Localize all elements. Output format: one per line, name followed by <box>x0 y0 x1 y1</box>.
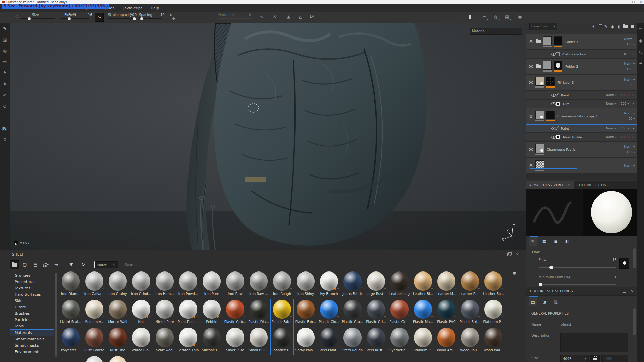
properties-scrollbar[interactable] <box>633 248 636 268</box>
material-tile[interactable]: ∴Plastic Stri... <box>458 299 482 327</box>
material-tile[interactable]: ∴Iron Diam... <box>59 271 83 299</box>
opacity-dropdown[interactable]: 100▾ <box>627 43 635 46</box>
tss-tab-settings[interactable]: ▤ <box>529 298 537 306</box>
blend-mode-dropdown[interactable]: Norm▾ <box>606 93 617 97</box>
close-panel-icon[interactable]: × <box>631 290 634 293</box>
tss-scrollbar[interactable] <box>633 308 636 335</box>
visibility-eye-icon[interactable] <box>529 164 533 167</box>
material-tile[interactable]: ∴Leather So... <box>482 271 505 299</box>
stroke-opacity-slider[interactable] <box>108 18 136 19</box>
material-tile[interactable]: ∴Plastic Glo... <box>317 299 341 327</box>
material-tile[interactable]: ∴Plastic PVC <box>435 299 458 327</box>
photoshop-plugin[interactable]: Ps <box>1 125 9 132</box>
size-linked-field[interactable]: 4096 <box>601 355 628 362</box>
shelf-category-smart-materials[interactable]: Smart materials <box>10 336 54 342</box>
layer-row[interactable]: Charmeuse Fabric copy 1Norm▾60▾ <box>526 108 637 124</box>
material-tile[interactable]: ∴Scarce Blo... <box>129 327 153 355</box>
clone-stamp-tool[interactable]: ⊙ <box>1 103 9 110</box>
material-tile[interactable]: ∴Plastic Ma... <box>411 299 435 327</box>
material-tile[interactable]: ∴Nail <box>129 299 153 327</box>
detach-panel-icon[interactable] <box>507 253 511 256</box>
visibility-eye-icon[interactable] <box>529 148 533 151</box>
material-tile[interactable]: ∴Leather bag <box>388 271 411 299</box>
flow-brush-preview[interactable] <box>619 258 629 269</box>
close-button[interactable]: × <box>639 1 642 4</box>
layer-row[interactable]: Fill layer 3Norm▾9▾ <box>526 75 637 90</box>
material-tile[interactable]: ∴Plastic Dia... <box>247 299 270 327</box>
material-tile[interactable]: ∴Steel Paint... <box>317 327 341 355</box>
shelf-category-grunges[interactable]: Grunges <box>10 272 54 279</box>
material-tile[interactable]: ∴Iron Ham... <box>153 271 176 299</box>
search-input[interactable] <box>125 261 165 268</box>
layer-row[interactable]: Charmeuse FabricNorm▾100▾ <box>526 142 637 157</box>
material-tile[interactable]: ∴Nickel Pure <box>153 299 176 327</box>
material-tile[interactable]: ∴Iron Powd... <box>176 271 200 299</box>
material-tile[interactable]: ∴Lizard Scal... <box>59 299 83 327</box>
folder-view-icon[interactable] <box>10 260 19 269</box>
alpha-settings-tab[interactable]: ▦ <box>540 237 549 246</box>
shelf-category-materials[interactable]: Materials <box>10 329 54 336</box>
material-tile[interactable]: ∴Iron Grind... <box>129 271 153 299</box>
material-tile[interactable]: ∴Polyester ... <box>59 327 83 355</box>
projection-tool[interactable]: ◎ <box>1 48 9 54</box>
layer-effect-row[interactable]: DirtNorm▾100▾× <box>526 100 637 108</box>
pause-engine-icon[interactable] <box>468 15 472 20</box>
material-tile[interactable]: ∴Scratch Thin <box>176 327 200 355</box>
alignment-camera-icon[interactable]: ▲ <box>287 14 290 19</box>
blend-mode-dropdown[interactable]: Norm▾ <box>624 145 635 148</box>
material-tile[interactable]: ∴Wood Rou... <box>458 327 482 355</box>
material-tile[interactable]: ∴Leather M... <box>435 271 458 299</box>
close-tab-icon[interactable]: × <box>567 183 570 187</box>
material-tile[interactable]: ∴Plastic Fab... <box>294 299 317 327</box>
material-tile[interactable]: ∴Small Bull... <box>247 327 270 355</box>
material-tile[interactable]: ∴Iron Raw <box>223 271 247 299</box>
material-tile[interactable]: ∴Spray Pain... <box>294 327 317 355</box>
minimize-button[interactable]: — <box>624 1 627 4</box>
close-panel-icon[interactable]: × <box>516 253 519 256</box>
blend-mode-dropdown[interactable]: Norm▾ <box>624 62 635 65</box>
remove-effect-icon[interactable]: × <box>624 52 626 56</box>
material-tile[interactable]: ∴Iron Rough <box>270 271 294 299</box>
material-filter-chip[interactable]: Mater…× <box>94 261 118 268</box>
spacing-slider[interactable] <box>139 18 162 19</box>
pin-tool[interactable]: ⚑ <box>1 70 9 76</box>
brush-stroke-preview[interactable]: ∿ <box>95 13 104 22</box>
shelf-category-smart-masks[interactable]: Smart masks <box>10 342 54 349</box>
layer-effect-row[interactable]: Color selection×× <box>526 50 637 58</box>
particle-tool[interactable]: · <box>1 114 9 121</box>
layer-row[interactable]: Folder 3Norm▾100▾ <box>526 34 637 49</box>
visibility-eye-icon[interactable] <box>551 136 556 139</box>
lazy-mouse-icon[interactable]: LA <box>310 15 314 18</box>
resource-list-icon[interactable]: ▤ <box>31 260 40 269</box>
flow-param-slider[interactable] <box>539 267 616 268</box>
remove-effect-icon[interactable]: × <box>632 102 635 105</box>
menu-help[interactable]: Help <box>151 6 159 10</box>
paint-icon[interactable]: ✎ <box>604 24 608 29</box>
filter-icon[interactable]: ▼ <box>67 260 76 269</box>
visibility-eye-icon[interactable] <box>529 115 533 118</box>
shelf-category-filters[interactable]: Filters <box>10 304 54 310</box>
material-tile[interactable]: ∴Steel Rust ... <box>364 327 388 355</box>
grid-view-icon[interactable]: ⊞ <box>513 271 516 276</box>
opacity-dropdown[interactable]: 100▾ <box>627 67 635 71</box>
blend-mode-dropdown[interactable]: Norm▾ <box>606 135 617 139</box>
pen-tool[interactable]: ✐ <box>1 92 9 99</box>
eraser-tool[interactable]: ◪ <box>1 37 9 43</box>
remove-effect-icon[interactable]: × <box>632 135 635 139</box>
blend-mode-dropdown[interactable]: Norm▾ <box>606 127 617 130</box>
stroke-curve-icon[interactable]: ∿ <box>260 14 263 19</box>
material-tile[interactable]: ∴Plastic Gra... <box>341 299 364 327</box>
display-settings-icon[interactable]: ▭ <box>639 27 642 32</box>
material-tile[interactable]: ∴Synthetic ... <box>388 327 411 355</box>
layer-effect-row[interactable]: ╱PaintNorm▾100▾× <box>526 91 637 99</box>
blend-mode-dropdown[interactable]: Norm▾ <box>624 164 635 167</box>
material-tile[interactable]: ∴Pebble <box>200 299 223 327</box>
material-tile[interactable]: ∴Jeans Fabric <box>341 271 364 299</box>
shading-mode-icon[interactable]: ◍ <box>494 14 497 19</box>
size-lock-button[interactable] <box>590 355 600 362</box>
shelf-category-particles[interactable]: Particles <box>10 317 54 323</box>
material-tile[interactable]: ∴Wood Am... <box>435 327 458 355</box>
visibility-eye-icon[interactable] <box>529 81 533 84</box>
material-tile[interactable]: ∴Iron Shiny <box>294 271 317 299</box>
material-tile[interactable]: ∴Scarf wool <box>153 327 176 355</box>
